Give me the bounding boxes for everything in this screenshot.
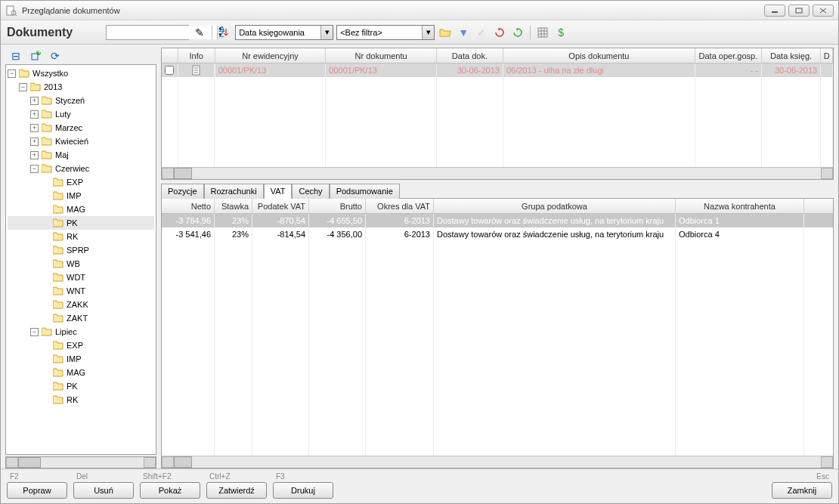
tab-rozrachunki[interactable]: Rozrachunki <box>204 184 264 199</box>
tree-node[interactable]: −2013 <box>8 80 154 94</box>
column-header[interactable]: D <box>821 48 833 63</box>
column-header[interactable]: Nazwa kontrahenta <box>676 199 804 213</box>
tree-node[interactable]: WNT <box>8 284 154 298</box>
tree-node[interactable]: ZAKT <box>8 311 154 325</box>
tree-toggle-icon[interactable]: + <box>30 124 39 132</box>
usuń-button[interactable]: Usuń <box>73 482 134 499</box>
clear-filter-icon[interactable]: ✓ <box>474 25 489 40</box>
chevron-down-icon[interactable]: ▾ <box>422 26 434 39</box>
column-header[interactable]: Nr ewidencyjny <box>215 48 327 63</box>
folder-icon <box>53 232 63 241</box>
tree-node[interactable]: +Marzec <box>8 121 154 135</box>
tree-node[interactable]: WDT <box>8 271 154 284</box>
drukuj-button[interactable]: Drukuj <box>273 482 333 499</box>
tree-toggle-icon[interactable]: − <box>30 165 39 173</box>
scroll-left-icon[interactable] <box>6 457 18 468</box>
column-header[interactable]: Brutto <box>309 199 366 213</box>
tab-pozycje[interactable]: Pozycje <box>161 184 204 199</box>
tree-label: SPRP <box>67 246 89 255</box>
column-header[interactable]: Data oper.gosp. <box>695 48 762 63</box>
tree-label: EXP <box>67 341 83 350</box>
number-spinner[interactable]: ▲▼ <box>106 25 189 40</box>
zatwierdź-button[interactable]: Zatwierdź <box>206 482 267 499</box>
column-header[interactable]: Podatek VAT <box>252 199 309 213</box>
tree-collapse-icon[interactable]: ⊟ <box>8 48 23 63</box>
tree-node[interactable]: +Kwiecień <box>8 135 154 148</box>
column-header[interactable]: Nr dokumentu <box>326 48 437 63</box>
popraw-button[interactable]: Popraw <box>7 482 67 499</box>
tree-node[interactable]: IMP <box>8 189 154 203</box>
tree-node[interactable]: MAG <box>8 203 154 216</box>
tree-toggle-icon[interactable]: + <box>30 151 39 159</box>
sort-field-combo[interactable]: Data księgowania ▾ <box>235 25 333 40</box>
pokaż-button[interactable]: Pokaż <box>140 482 200 499</box>
tree-node[interactable]: EXP <box>8 339 154 352</box>
vat-grid[interactable]: NettoStawkaPodatek VATBruttoOkres dla VA… <box>161 198 834 468</box>
sort-icon[interactable]: AZ <box>217 25 232 40</box>
grid-hscrollbar[interactable] <box>162 456 833 468</box>
table-row[interactable]: -3 541,4623%-814,54-4 356,006-2013Dostaw… <box>162 227 833 241</box>
tree-node[interactable]: WB <box>8 257 154 271</box>
scroll-right-icon[interactable] <box>144 457 156 468</box>
tree-label: Styczeń <box>55 96 85 105</box>
column-header[interactable]: Stawka <box>215 199 252 213</box>
tree-node[interactable]: −Wszystko <box>8 66 154 80</box>
grid-icon[interactable] <box>535 25 550 40</box>
tree-node[interactable]: −Czerwiec <box>8 162 154 175</box>
column-header[interactable]: Netto <box>162 199 215 213</box>
page-title: Dokumenty <box>7 26 73 39</box>
tree-node[interactable]: −Lipiec <box>8 325 154 339</box>
tree-add-icon[interactable]: + <box>28 48 43 63</box>
tree-node[interactable]: +Styczeń <box>8 94 154 107</box>
tree-node[interactable]: MAG <box>8 366 154 379</box>
money-icon[interactable]: $ <box>553 25 568 40</box>
tab-podsumowanie[interactable]: Podsumowanie <box>330 184 400 199</box>
column-header[interactable]: Info <box>178 48 215 63</box>
row-checkbox[interactable] <box>165 66 174 75</box>
funnel-icon[interactable]: ▼ <box>456 25 471 40</box>
close-button[interactable] <box>813 5 834 17</box>
tree-node[interactable]: EXP <box>8 175 154 189</box>
column-header[interactable]: Opis dokumentu <box>503 48 695 63</box>
tree-hscrollbar[interactable] <box>5 456 156 468</box>
tree-toggle-icon[interactable]: − <box>8 70 16 78</box>
filter-combo[interactable]: <Bez filtra> ▾ <box>336 25 435 40</box>
grid-hscrollbar[interactable] <box>162 167 833 179</box>
document-icon <box>191 65 202 76</box>
tree-node[interactable]: IMP <box>8 352 154 366</box>
column-header[interactable] <box>162 48 178 63</box>
chevron-down-icon[interactable]: ▾ <box>320 26 333 39</box>
table-row[interactable]: 00001/PK/1300001/PK/1330-06-201306/2013 … <box>162 63 833 77</box>
tab-cechy[interactable]: Cechy <box>292 184 329 199</box>
close-button[interactable]: Zamknij <box>772 482 832 499</box>
tree-toggle-icon[interactable]: + <box>30 138 39 146</box>
tree-node[interactable]: SPRP <box>8 243 154 257</box>
tree-node[interactable]: RK <box>8 393 154 407</box>
refresh-green-icon[interactable] <box>510 25 525 40</box>
tree-node[interactable]: RK <box>8 230 154 243</box>
tree-refresh-icon[interactable]: ⟳ <box>48 48 63 63</box>
detail-tabs: PozycjeRozrachunkiVATCechyPodsumowanie <box>161 183 834 198</box>
tree-node[interactable]: +Luty <box>8 107 154 121</box>
refresh-red-icon[interactable] <box>492 25 507 40</box>
tree-node[interactable]: +Maj <box>8 148 154 162</box>
edit-icon[interactable]: ✎ <box>192 25 207 40</box>
folder-tree[interactable]: −Wszystko−2013+Styczeń+Luty+Marzec+Kwiec… <box>5 64 156 455</box>
tree-node[interactable]: PK <box>8 379 154 393</box>
column-header[interactable]: Data księg. <box>762 48 821 63</box>
documents-grid[interactable]: InfoNr ewidencyjnyNr dokumentuData dok.O… <box>161 48 834 180</box>
tree-node[interactable]: ZAKK <box>8 298 154 311</box>
maximize-button[interactable] <box>788 5 810 17</box>
folder-open-icon[interactable] <box>438 25 453 40</box>
tree-toggle-icon[interactable]: + <box>30 97 39 105</box>
minimize-button[interactable] <box>764 5 785 17</box>
tab-vat[interactable]: VAT <box>264 184 293 199</box>
column-header[interactable]: Okres dla VAT <box>366 199 434 213</box>
column-header[interactable]: Data dok. <box>437 48 503 63</box>
tree-toggle-icon[interactable]: − <box>30 328 39 336</box>
tree-toggle-icon[interactable]: + <box>30 110 39 119</box>
tree-node[interactable]: PK <box>8 216 154 230</box>
tree-toggle-icon[interactable]: − <box>19 83 27 91</box>
column-header[interactable]: Grupa podatkowa <box>434 199 676 213</box>
table-row[interactable]: -3 784,9623%-870,54-4 655,506-2013Dostaw… <box>162 214 833 227</box>
